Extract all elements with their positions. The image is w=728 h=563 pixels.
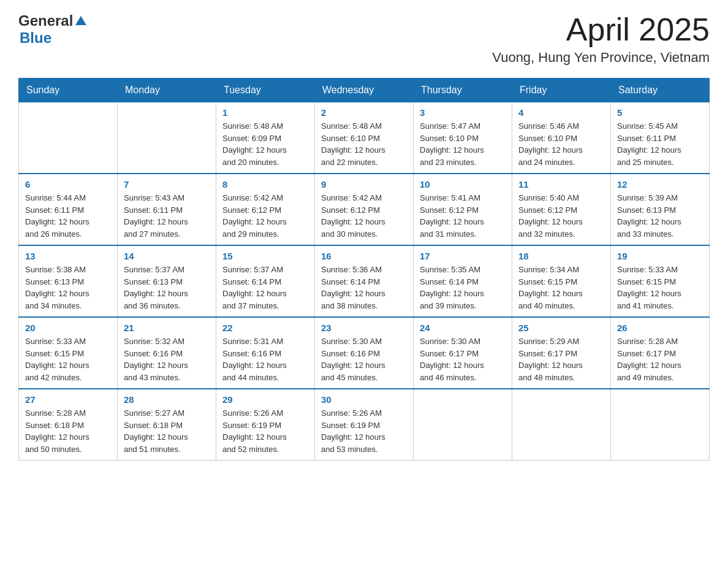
header-thursday: Thursday xyxy=(414,79,512,102)
calendar-cell-week5-day3: 30Sunrise: 5:26 AM Sunset: 6:19 PM Dayli… xyxy=(315,389,414,461)
calendar-header-row: Sunday Monday Tuesday Wednesday Thursday… xyxy=(19,79,710,102)
calendar-cell-week2-day3: 9Sunrise: 5:42 AM Sunset: 6:12 PM Daylig… xyxy=(315,174,414,245)
header-sunday: Sunday xyxy=(19,79,118,102)
calendar-cell-week2-day6: 12Sunrise: 5:39 AM Sunset: 6:13 PM Dayli… xyxy=(611,174,710,245)
day-number: 2 xyxy=(321,107,407,118)
day-info: Sunrise: 5:42 AM Sunset: 6:12 PM Dayligh… xyxy=(222,192,308,240)
day-number: 24 xyxy=(420,323,506,333)
day-number: 12 xyxy=(617,179,703,190)
day-number: 20 xyxy=(25,323,111,333)
calendar-cell-week1-day1 xyxy=(118,102,216,174)
logo-blue-text: Blue xyxy=(20,29,51,47)
calendar-cell-week1-day0 xyxy=(19,102,118,174)
day-number: 3 xyxy=(420,107,506,118)
day-info: Sunrise: 5:41 AM Sunset: 6:12 PM Dayligh… xyxy=(420,192,506,240)
calendar-cell-week3-day4: 17Sunrise: 5:35 AM Sunset: 6:14 PM Dayli… xyxy=(414,245,512,317)
day-info: Sunrise: 5:26 AM Sunset: 6:19 PM Dayligh… xyxy=(222,407,308,455)
calendar-cell-week1-day5: 4Sunrise: 5:46 AM Sunset: 6:10 PM Daylig… xyxy=(512,102,611,174)
day-number: 28 xyxy=(124,394,210,405)
day-info: Sunrise: 5:37 AM Sunset: 6:14 PM Dayligh… xyxy=(222,264,308,312)
calendar-cell-week4-day0: 20Sunrise: 5:33 AM Sunset: 6:15 PM Dayli… xyxy=(19,317,118,389)
day-info: Sunrise: 5:29 AM Sunset: 6:17 PM Dayligh… xyxy=(518,335,604,383)
day-number: 26 xyxy=(617,323,703,333)
day-info: Sunrise: 5:30 AM Sunset: 6:17 PM Dayligh… xyxy=(420,335,506,383)
calendar-cell-week4-day4: 24Sunrise: 5:30 AM Sunset: 6:17 PM Dayli… xyxy=(414,317,512,389)
calendar-cell-week5-day0: 27Sunrise: 5:28 AM Sunset: 6:18 PM Dayli… xyxy=(19,389,118,461)
day-info: Sunrise: 5:40 AM Sunset: 6:12 PM Dayligh… xyxy=(518,192,604,240)
title-section: April 2025 Vuong, Hung Yen Province, Vie… xyxy=(492,12,710,66)
day-info: Sunrise: 5:46 AM Sunset: 6:10 PM Dayligh… xyxy=(518,120,604,168)
header-monday: Monday xyxy=(118,79,216,102)
logo: General Blue xyxy=(18,12,86,47)
day-number: 8 xyxy=(222,179,308,190)
day-info: Sunrise: 5:48 AM Sunset: 6:10 PM Dayligh… xyxy=(321,120,407,168)
calendar-cell-week4-day3: 23Sunrise: 5:30 AM Sunset: 6:16 PM Dayli… xyxy=(315,317,414,389)
calendar-cell-week4-day6: 26Sunrise: 5:28 AM Sunset: 6:17 PM Dayli… xyxy=(611,317,710,389)
day-info: Sunrise: 5:48 AM Sunset: 6:09 PM Dayligh… xyxy=(222,120,308,168)
day-number: 30 xyxy=(321,394,407,405)
calendar-cell-week4-day5: 25Sunrise: 5:29 AM Sunset: 6:17 PM Dayli… xyxy=(512,317,611,389)
day-number: 14 xyxy=(124,251,210,261)
calendar-cell-week3-day1: 14Sunrise: 5:37 AM Sunset: 6:13 PM Dayli… xyxy=(118,245,216,317)
day-number: 23 xyxy=(321,323,407,333)
header-friday: Friday xyxy=(512,79,611,102)
day-info: Sunrise: 5:43 AM Sunset: 6:11 PM Dayligh… xyxy=(124,192,210,240)
calendar-cell-week3-day5: 18Sunrise: 5:34 AM Sunset: 6:15 PM Dayli… xyxy=(512,245,611,317)
day-info: Sunrise: 5:34 AM Sunset: 6:15 PM Dayligh… xyxy=(518,264,604,312)
calendar-cell-week5-day4 xyxy=(414,389,512,461)
calendar-week-4: 20Sunrise: 5:33 AM Sunset: 6:15 PM Dayli… xyxy=(19,317,710,389)
calendar-cell-week1-day6: 5Sunrise: 5:45 AM Sunset: 6:11 PM Daylig… xyxy=(611,102,710,174)
day-number: 17 xyxy=(420,251,506,261)
day-info: Sunrise: 5:47 AM Sunset: 6:10 PM Dayligh… xyxy=(420,120,506,168)
location-subtitle: Vuong, Hung Yen Province, Vietnam xyxy=(492,50,710,66)
calendar-week-3: 13Sunrise: 5:38 AM Sunset: 6:13 PM Dayli… xyxy=(19,245,710,317)
day-info: Sunrise: 5:38 AM Sunset: 6:13 PM Dayligh… xyxy=(25,264,111,312)
calendar-cell-week1-day3: 2Sunrise: 5:48 AM Sunset: 6:10 PM Daylig… xyxy=(315,102,414,174)
calendar-cell-week2-day2: 8Sunrise: 5:42 AM Sunset: 6:12 PM Daylig… xyxy=(216,174,315,245)
calendar-cell-week3-day2: 15Sunrise: 5:37 AM Sunset: 6:14 PM Dayli… xyxy=(216,245,315,317)
calendar-cell-week3-day3: 16Sunrise: 5:36 AM Sunset: 6:14 PM Dayli… xyxy=(315,245,414,317)
calendar-cell-week4-day2: 22Sunrise: 5:31 AM Sunset: 6:16 PM Dayli… xyxy=(216,317,315,389)
header-wednesday: Wednesday xyxy=(315,79,414,102)
calendar-cell-week3-day0: 13Sunrise: 5:38 AM Sunset: 6:13 PM Dayli… xyxy=(19,245,118,317)
day-info: Sunrise: 5:37 AM Sunset: 6:13 PM Dayligh… xyxy=(124,264,210,312)
calendar-cell-week1-day2: 1Sunrise: 5:48 AM Sunset: 6:09 PM Daylig… xyxy=(216,102,315,174)
calendar-cell-week2-day5: 11Sunrise: 5:40 AM Sunset: 6:12 PM Dayli… xyxy=(512,174,611,245)
calendar-table: Sunday Monday Tuesday Wednesday Thursday… xyxy=(18,78,710,461)
day-number: 1 xyxy=(222,107,308,118)
day-info: Sunrise: 5:45 AM Sunset: 6:11 PM Dayligh… xyxy=(617,120,703,168)
calendar-cell-week2-day0: 6Sunrise: 5:44 AM Sunset: 6:11 PM Daylig… xyxy=(19,174,118,245)
day-info: Sunrise: 5:26 AM Sunset: 6:19 PM Dayligh… xyxy=(321,407,407,455)
day-info: Sunrise: 5:33 AM Sunset: 6:15 PM Dayligh… xyxy=(617,264,703,312)
day-info: Sunrise: 5:28 AM Sunset: 6:18 PM Dayligh… xyxy=(25,407,111,455)
calendar-cell-week2-day1: 7Sunrise: 5:43 AM Sunset: 6:11 PM Daylig… xyxy=(118,174,216,245)
header-saturday: Saturday xyxy=(611,79,710,102)
day-number: 6 xyxy=(25,179,111,190)
day-info: Sunrise: 5:28 AM Sunset: 6:17 PM Dayligh… xyxy=(617,335,703,383)
day-info: Sunrise: 5:39 AM Sunset: 6:13 PM Dayligh… xyxy=(617,192,703,240)
day-info: Sunrise: 5:27 AM Sunset: 6:18 PM Dayligh… xyxy=(124,407,210,455)
calendar-cell-week1-day4: 3Sunrise: 5:47 AM Sunset: 6:10 PM Daylig… xyxy=(414,102,512,174)
calendar-cell-week5-day6 xyxy=(611,389,710,461)
day-number: 29 xyxy=(222,394,308,405)
calendar-cell-week5-day5 xyxy=(512,389,611,461)
day-info: Sunrise: 5:36 AM Sunset: 6:14 PM Dayligh… xyxy=(321,264,407,312)
calendar-cell-week5-day1: 28Sunrise: 5:27 AM Sunset: 6:18 PM Dayli… xyxy=(118,389,216,461)
day-number: 5 xyxy=(617,107,703,118)
day-number: 21 xyxy=(124,323,210,333)
day-number: 10 xyxy=(420,179,506,190)
day-info: Sunrise: 5:31 AM Sunset: 6:16 PM Dayligh… xyxy=(222,335,308,383)
logo-general-text: General xyxy=(18,12,73,29)
calendar-cell-week2-day4: 10Sunrise: 5:41 AM Sunset: 6:12 PM Dayli… xyxy=(414,174,512,245)
day-number: 19 xyxy=(617,251,703,261)
day-number: 15 xyxy=(222,251,308,261)
calendar-cell-week3-day6: 19Sunrise: 5:33 AM Sunset: 6:15 PM Dayli… xyxy=(611,245,710,317)
day-info: Sunrise: 5:42 AM Sunset: 6:12 PM Dayligh… xyxy=(321,192,407,240)
calendar-week-5: 27Sunrise: 5:28 AM Sunset: 6:18 PM Dayli… xyxy=(19,389,710,461)
calendar-week-2: 6Sunrise: 5:44 AM Sunset: 6:11 PM Daylig… xyxy=(19,174,710,245)
day-info: Sunrise: 5:35 AM Sunset: 6:14 PM Dayligh… xyxy=(420,264,506,312)
day-number: 9 xyxy=(321,179,407,190)
day-info: Sunrise: 5:33 AM Sunset: 6:15 PM Dayligh… xyxy=(25,335,111,383)
day-info: Sunrise: 5:32 AM Sunset: 6:16 PM Dayligh… xyxy=(124,335,210,383)
day-number: 16 xyxy=(321,251,407,261)
